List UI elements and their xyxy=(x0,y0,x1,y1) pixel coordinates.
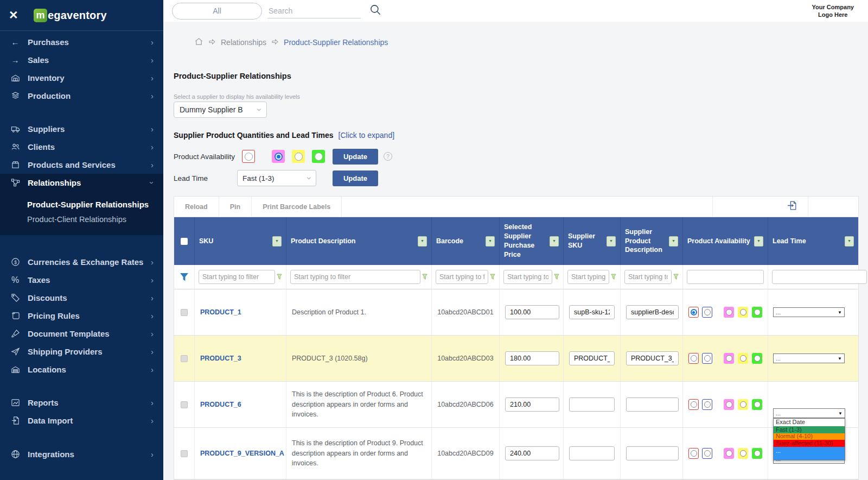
availability-pink-option[interactable] xyxy=(724,448,734,459)
availability-blue-option[interactable] xyxy=(702,448,712,459)
lead-time-select[interactable]: Fast (1-3) › xyxy=(237,170,316,186)
radio[interactable] xyxy=(740,401,746,408)
availability-none-option[interactable] xyxy=(688,307,699,318)
supplier-description-filter-input[interactable] xyxy=(624,270,672,284)
radio[interactable] xyxy=(691,401,697,408)
export-icon[interactable] xyxy=(787,200,798,213)
sku-filter-input[interactable] xyxy=(199,270,275,284)
apply-filter-icon[interactable] xyxy=(611,274,616,280)
search-icon[interactable] xyxy=(368,3,382,19)
search-scope-dropdown[interactable]: All xyxy=(172,3,262,20)
close-icon[interactable]: ✕ xyxy=(9,9,27,22)
barcode-filter-input[interactable] xyxy=(436,270,488,284)
description-filter-input[interactable] xyxy=(290,270,420,284)
sidebar-item-reports[interactable]: Reports › xyxy=(0,394,163,412)
lead-time-option-exact-date[interactable]: Exact Date xyxy=(774,419,845,426)
column-menu-icon[interactable]: ▼ xyxy=(550,236,559,247)
apply-filter-icon[interactable] xyxy=(673,274,679,280)
filter-funnel-icon[interactable] xyxy=(180,273,189,282)
column-menu-icon[interactable]: ▼ xyxy=(669,236,678,247)
row-checkbox[interactable] xyxy=(181,401,188,408)
column-header-barcode[interactable]: Barcode▼ xyxy=(432,217,500,265)
radio[interactable] xyxy=(726,355,732,362)
purchase-price-input[interactable] xyxy=(505,351,559,365)
availability-green-option[interactable] xyxy=(752,307,762,318)
breadcrumb-current[interactable]: Product-Supplier Relationships xyxy=(284,38,388,47)
radio[interactable] xyxy=(740,309,746,315)
sidebar-item-suppliers[interactable]: Suppliers › xyxy=(0,120,163,138)
column-menu-icon[interactable]: ▼ xyxy=(845,236,854,247)
row-lead-time-select[interactable]: ...▼ xyxy=(773,408,845,418)
column-menu-icon[interactable]: ▼ xyxy=(272,236,282,247)
supplier-description-input[interactable] xyxy=(626,397,679,412)
radio[interactable] xyxy=(704,309,711,315)
column-menu-icon[interactable]: ▼ xyxy=(486,236,495,247)
price-filter-input[interactable] xyxy=(503,270,552,284)
availability-pink-option[interactable] xyxy=(724,399,734,410)
radio-pink-selected[interactable] xyxy=(275,153,283,161)
row-checkbox[interactable] xyxy=(181,355,188,362)
radio[interactable] xyxy=(754,401,761,408)
lead-time-option-normal[interactable]: Normal (4-10) xyxy=(774,433,845,440)
availability-blue-option[interactable] xyxy=(702,399,712,410)
availability-blue-option[interactable] xyxy=(702,307,712,318)
column-menu-icon[interactable]: ▼ xyxy=(418,236,427,247)
row-checkbox[interactable] xyxy=(181,450,188,457)
availability-green-option[interactable] xyxy=(752,399,762,410)
sidebar-item-integrations[interactable]: Integrations › xyxy=(0,445,163,463)
sidebar-item-relationships[interactable]: Relationships › xyxy=(0,174,163,192)
apply-filter-icon[interactable] xyxy=(490,274,495,280)
availability-yellow-option[interactable] xyxy=(738,353,748,364)
print-barcode-labels-button[interactable]: Print Barcode Labels xyxy=(252,197,342,217)
click-to-expand-link[interactable]: [Click to expand] xyxy=(339,131,395,140)
sidebar-item-products-services[interactable]: Products and Services › xyxy=(0,156,163,174)
sidebar-item-pricing-rules[interactable]: Pricing Rules › xyxy=(0,307,163,325)
radio[interactable] xyxy=(726,450,732,457)
availability-green-option[interactable] xyxy=(752,448,762,459)
purchase-price-input[interactable] xyxy=(505,397,559,412)
radio[interactable] xyxy=(726,401,732,408)
apply-filter-icon[interactable] xyxy=(277,274,282,280)
sidebar-item-sales[interactable]: → Sales › xyxy=(0,51,163,69)
lead-time-option-suez-affected[interactable]: Suez-affected (11-30) xyxy=(774,440,845,447)
sidebar-item-discounts[interactable]: Discounts › xyxy=(0,289,163,307)
megaventory-logo[interactable]: m egaventory xyxy=(34,9,107,22)
supplier-sku-input[interactable] xyxy=(569,446,615,460)
radio[interactable] xyxy=(691,355,697,362)
sidebar-item-purchases[interactable]: ← Purchases › xyxy=(0,33,163,51)
availability-pink-option[interactable] xyxy=(272,150,285,163)
sidebar-subitem-product-supplier-relationships[interactable]: Product-Supplier Relationships xyxy=(0,197,163,212)
availability-yellow-option[interactable] xyxy=(738,448,748,459)
apply-filter-icon[interactable] xyxy=(422,274,427,280)
availability-none-option[interactable] xyxy=(688,353,699,364)
radio[interactable] xyxy=(740,450,746,457)
supplier-select[interactable]: Dummy Supplier B › xyxy=(174,102,267,118)
column-header-purchase-price[interactable]: Selected Supplier Purchase Price▼ xyxy=(500,217,564,265)
availability-green-option[interactable] xyxy=(312,150,325,163)
column-header-supplier-product-description[interactable]: Supplier Product Description▼ xyxy=(621,217,683,265)
availability-update-button[interactable]: Update xyxy=(333,149,378,165)
column-header-product-description[interactable]: Product Description▼ xyxy=(286,217,432,265)
availability-yellow-option[interactable] xyxy=(292,150,305,163)
supplier-sku-filter-input[interactable] xyxy=(567,270,609,284)
row-lead-time-select[interactable]: ...▼ xyxy=(773,353,845,363)
radio[interactable] xyxy=(726,309,732,315)
reload-button[interactable]: Reload xyxy=(174,197,219,217)
lead-time-filter-input[interactable] xyxy=(772,270,867,284)
radio-selected[interactable] xyxy=(691,309,697,315)
radio[interactable] xyxy=(691,450,697,457)
breadcrumb-relationships[interactable]: Relationships xyxy=(221,38,266,47)
radio[interactable] xyxy=(704,401,711,408)
availability-yellow-option[interactable] xyxy=(738,399,748,410)
select-all-checkbox[interactable] xyxy=(181,238,188,245)
apply-filter-icon[interactable] xyxy=(554,274,559,280)
sidebar-item-currencies[interactable]: $ Currencies & Exchange Rates › xyxy=(0,253,163,271)
sku-link[interactable]: PRODUCT_6 xyxy=(200,401,241,408)
search-input[interactable] xyxy=(267,4,361,18)
radio[interactable] xyxy=(754,309,761,315)
availability-none-option[interactable] xyxy=(688,448,699,459)
column-header-product-availability[interactable]: Product Availability▼ xyxy=(683,217,768,265)
purchase-price-input[interactable] xyxy=(505,305,559,319)
home-icon[interactable] xyxy=(194,37,203,48)
column-header-sku[interactable]: SKU▼ xyxy=(195,217,286,265)
